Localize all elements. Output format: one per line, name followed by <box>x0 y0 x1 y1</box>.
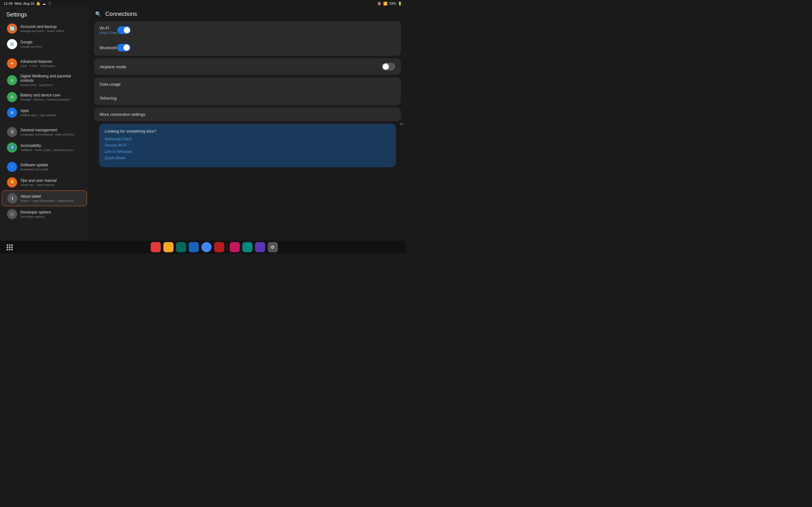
google-icon: G <box>7 39 17 49</box>
taskbar-app-3[interactable] <box>176 242 186 252</box>
general-management-title: General management <box>20 128 82 132</box>
google-subtitle: Google services <box>20 45 82 48</box>
content-header: 🔍 Connections <box>89 7 406 21</box>
taskbar-app-2[interactable] <box>163 242 174 252</box>
accounts-backup-subtitle: Manage accounts · Smart Switch <box>20 29 82 33</box>
apps-title: Apps <box>20 109 82 113</box>
accessibility-icon: ♿ <box>7 143 17 153</box>
developer-options-icon: { } <box>7 209 17 219</box>
sidebar-item-developer-options[interactable]: { } Developer options Developer options <box>2 207 87 222</box>
sidebar-item-battery[interactable]: ⚙ Battery and device care Storage · Memo… <box>2 90 87 105</box>
bluetooth-item-text: Bluetooth <box>100 45 117 50</box>
about-tablet-subtitle: Status · Legal information · Tablet name <box>21 199 81 203</box>
bluetooth-label: Bluetooth <box>100 45 117 50</box>
digital-wellbeing-icon: ◎ <box>7 75 17 86</box>
advanced-features-text: Advanced features Labs · S Pen · Side bu… <box>20 59 82 68</box>
tethering-item[interactable]: Tethering <box>94 92 401 105</box>
looking-card: Looking for something else? Samsung Clou… <box>99 124 396 167</box>
more-connection-settings-item[interactable]: More connection settings <box>94 108 401 121</box>
status-time: 11:49 <box>4 2 13 5</box>
google-title: Google <box>20 40 82 44</box>
apps-grid-button[interactable] <box>0 244 19 250</box>
sidebar-item-digital-wellbeing[interactable]: ◎ Digital Wellbeing and parental control… <box>2 71 87 89</box>
battery-title: Battery and device care <box>20 93 82 97</box>
general-management-text: General management Language and keyboard… <box>20 128 82 136</box>
status-date: Wed, Aug 16 <box>15 2 35 5</box>
data-usage-item[interactable]: Data usage <box>94 77 401 92</box>
tips-text: Tips and user manual Useful tips · New f… <box>20 178 82 186</box>
general-management-icon: ☰ <box>7 127 17 137</box>
sidebar-item-accessibility[interactable]: ♿ Accessibility TalkBack · Mono audio · … <box>2 140 87 155</box>
search-icon[interactable]: 🔍 <box>95 11 102 17</box>
divider-2 <box>5 122 84 122</box>
tips-icon: 💡 <box>7 177 17 187</box>
content-title: Connections <box>105 11 137 17</box>
airplane-mode-label: Airplane mode <box>100 64 382 69</box>
mute-icon: 🔇 <box>377 2 382 6</box>
sidebar-item-advanced-features[interactable]: ✦ Advanced features Labs · S Pen · Side … <box>2 56 87 71</box>
divider-3 <box>5 157 84 157</box>
notification-icon: 🔔 <box>36 2 41 6</box>
sidebar-item-google[interactable]: G Google Google services <box>2 37 87 52</box>
cloud-icon: ☁ <box>43 2 46 5</box>
sidebar-item-about-tablet[interactable]: ℹ About tablet Status · Legal informatio… <box>2 190 87 206</box>
sidebar-item-accounts-backup[interactable]: 🔄 Accounts and backup Manage accounts · … <box>2 21 87 36</box>
taskbar-app-8[interactable] <box>242 242 252 252</box>
status-bar-right: 🔇 📶 33% 🔋 <box>377 2 402 6</box>
samsung-cloud-link[interactable]: Samsung Cloud <box>105 137 390 141</box>
quick-share-link[interactable]: Quick Share <box>105 156 390 160</box>
taskbar-chrome-icon[interactable] <box>201 242 211 252</box>
about-tablet-title: About tablet <box>21 194 81 199</box>
looking-card-title: Looking for something else? <box>105 129 390 133</box>
bluetooth-item[interactable]: Bluetooth <box>94 39 401 56</box>
battery-care-icon: ⚙ <box>7 92 17 102</box>
main-layout: Settings 🔄 Accounts and backup Manage ac… <box>0 7 406 241</box>
tethering-label: Tethering <box>100 96 395 101</box>
wifi-icon: 📶 <box>383 2 388 6</box>
google-text: Google Google services <box>20 40 82 48</box>
battery-percent: 33% <box>389 2 396 5</box>
software-update-text: Software update Download and install <box>20 163 82 171</box>
developer-options-subtitle: Developer options <box>20 215 82 218</box>
airplane-mode-toggle-thumb <box>382 63 389 70</box>
card-wifi-bluetooth: Wi-Fi King's Cross Bluetooth <box>94 21 401 56</box>
airplane-mode-toggle[interactable] <box>382 63 395 70</box>
taskbar: ⚙ <box>0 241 406 253</box>
sidebar: Settings 🔄 Accounts and backup Manage ac… <box>0 7 89 241</box>
sidebar-item-tips[interactable]: 💡 Tips and user manual Useful tips · New… <box>2 175 87 190</box>
accessibility-text: Accessibility TalkBack · Mono audio · As… <box>20 144 82 152</box>
taskbar-app-6[interactable] <box>214 242 224 252</box>
secure-wifi-link[interactable]: Secure Wi-Fi <box>105 143 390 148</box>
advanced-features-subtitle: Labs · S Pen · Side button <box>20 64 82 68</box>
wifi-item[interactable]: Wi-Fi King's Cross <box>94 21 401 39</box>
airplane-mode-item[interactable]: Airplane mode <box>94 58 401 75</box>
digital-wellbeing-subtitle: Screen time · App timers <box>20 83 82 87</box>
accessibility-subtitle: TalkBack · Mono audio · Assistant menu <box>20 148 82 152</box>
taskbar-center: ⚙ <box>151 242 278 252</box>
media-icon: 🎵 <box>48 2 51 5</box>
digital-wellbeing-title: Digital Wellbeing and parental controls <box>20 74 82 83</box>
wifi-toggle[interactable] <box>117 26 131 34</box>
apps-text: Apps Default apps · App settings <box>20 109 82 117</box>
wifi-toggle-thumb <box>124 27 130 33</box>
link-to-windows-link[interactable]: Link to Windows <box>105 150 390 154</box>
sidebar-item-apps[interactable]: ⊞ Apps Default apps · App settings <box>2 105 87 120</box>
data-usage-label: Data usage <box>100 82 395 87</box>
taskbar-app-9[interactable] <box>255 242 265 252</box>
card-more-settings: More connection settings <box>94 108 401 121</box>
connections-section: Wi-Fi King's Cross Bluetooth <box>89 21 406 167</box>
edit-icon[interactable]: ✏ <box>400 121 403 127</box>
sidebar-item-general-management[interactable]: ☰ General management Language and keyboa… <box>2 124 87 139</box>
taskbar-divider <box>227 244 227 250</box>
bluetooth-toggle[interactable] <box>117 44 130 51</box>
taskbar-app-7[interactable] <box>230 242 240 252</box>
about-tablet-text: About tablet Status · Legal information … <box>21 194 81 203</box>
taskbar-settings-icon[interactable]: ⚙ <box>268 242 278 252</box>
taskbar-app-1[interactable] <box>151 242 161 252</box>
taskbar-app-4[interactable] <box>189 242 199 252</box>
tips-title: Tips and user manual <box>20 178 82 183</box>
battery-icon: 🔋 <box>398 2 402 6</box>
sidebar-item-software-update[interactable]: ↑ Software update Download and install <box>2 159 87 174</box>
advanced-features-title: Advanced features <box>20 59 82 64</box>
accounts-backup-text: Accounts and backup Manage accounts · Sm… <box>20 24 82 33</box>
